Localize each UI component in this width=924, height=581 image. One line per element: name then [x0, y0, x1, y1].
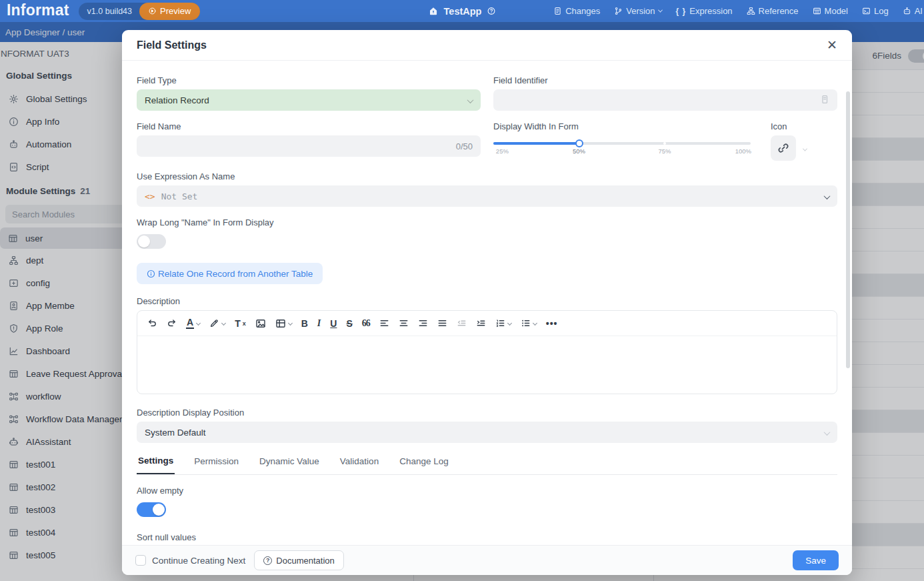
chevron-down-icon — [824, 193, 831, 199]
menu-label: AI — [915, 6, 923, 16]
chevron-down-icon — [533, 321, 537, 326]
close-icon[interactable]: ✕ — [827, 39, 837, 51]
tab-dynamic-value[interactable]: Dynamic Value — [258, 448, 321, 474]
modal-footer: Continue Creating Next ? Documentation S… — [122, 545, 852, 575]
bullet-list-button[interactable] — [521, 318, 537, 328]
copy-doc-icon[interactable] — [820, 95, 829, 104]
chevron-down-icon — [658, 8, 663, 13]
menu-ai[interactable]: AI — [903, 6, 923, 16]
display-position-select[interactable]: System Default — [137, 422, 837, 443]
strikethrough-button[interactable]: S — [346, 318, 352, 329]
scrollbar-thumb[interactable] — [846, 91, 850, 368]
menu-label: Log — [874, 6, 889, 16]
menu-label: Version — [626, 6, 655, 16]
expression-group: Use Expression As Name <> Not Set — [137, 171, 837, 207]
display-width-slider[interactable] — [493, 142, 751, 145]
chevron-down-icon[interactable] — [803, 146, 807, 151]
redo-button[interactable] — [167, 318, 177, 328]
wrap-toggle[interactable] — [137, 234, 166, 249]
menu-version[interactable]: Version — [614, 6, 661, 16]
icon-label: Icon — [771, 121, 835, 131]
display-width-group: Display Width In Form 25% 50% 75% 100% I… — [493, 121, 837, 161]
preview-button[interactable]: Preview — [139, 3, 200, 20]
link-icon — [777, 142, 789, 154]
changes-icon — [553, 7, 562, 15]
undo-button[interactable] — [147, 318, 157, 328]
expression-select[interactable]: <> Not Set — [137, 185, 837, 207]
menu-model[interactable]: Model — [813, 6, 848, 16]
question-circle-icon: ? — [263, 556, 272, 565]
menu-expression[interactable]: { } Expression — [676, 6, 733, 16]
icon-group: Icon — [771, 121, 835, 161]
chevron-down-icon — [467, 97, 474, 103]
slider-fill — [493, 142, 579, 145]
version-label: v1.0 build43 — [87, 7, 139, 16]
slider-mark-label[interactable]: 75% — [659, 147, 671, 155]
slider-marks: 25% 50% 75% 100% — [493, 147, 751, 158]
home-icon[interactable] — [429, 6, 439, 16]
align-right-button[interactable] — [418, 318, 428, 328]
display-position-value: System Default — [145, 428, 206, 438]
chevron-down-icon — [288, 321, 293, 326]
help-icon[interactable] — [487, 7, 495, 15]
menu-reference[interactable]: Reference — [747, 6, 799, 16]
save-button[interactable]: Save — [793, 550, 839, 570]
description-input[interactable] — [137, 336, 837, 394]
log-icon — [862, 7, 871, 15]
align-left-button[interactable] — [379, 318, 389, 328]
expression-label: Use Expression As Name — [137, 171, 837, 181]
documentation-button[interactable]: ? Documentation — [254, 550, 343, 570]
wrap-group: Wrap Long "Name" In Form Display — [137, 217, 837, 251]
menu-log[interactable]: Log — [862, 6, 889, 16]
tab-change-log[interactable]: Change Log — [398, 448, 450, 474]
image-button[interactable] — [255, 318, 266, 329]
display-position-label: Description Display Position — [137, 408, 837, 418]
tab-settings[interactable]: Settings — [137, 448, 175, 474]
checkbox-icon[interactable] — [135, 555, 146, 566]
continue-creating-checkbox-group[interactable]: Continue Creating Next — [135, 555, 245, 566]
table-button[interactable] — [275, 318, 292, 329]
relate-record-button[interactable]: Relate One Record from Another Table — [137, 263, 323, 284]
slider-mark-label[interactable]: 25% — [496, 147, 509, 155]
allow-empty-label: Allow empty — [137, 486, 837, 496]
model-icon — [813, 7, 821, 15]
tab-permission[interactable]: Permission — [193, 448, 240, 474]
indent-button[interactable] — [476, 318, 486, 328]
highlight-button[interactable] — [209, 318, 225, 328]
sort-null-label: Sort null values — [137, 532, 837, 542]
menu-label: Changes — [565, 6, 600, 16]
expression-icon: { } — [676, 7, 687, 16]
menu-changes[interactable]: Changes — [553, 6, 600, 16]
outdent-button[interactable] — [457, 318, 467, 328]
slider-mark-label[interactable]: 50% — [573, 147, 585, 155]
icon-picker-button[interactable] — [771, 135, 796, 161]
app-title-group: TestApp — [429, 6, 496, 17]
app-logo: Informat — [0, 1, 79, 21]
more-button[interactable]: ••• — [546, 318, 558, 329]
field-type-group: Field Type Relation Record — [137, 75, 481, 111]
clear-format-button[interactable]: Tx — [235, 318, 246, 329]
tab-validation[interactable]: Validation — [339, 448, 380, 474]
field-type-value: Relation Record — [145, 95, 209, 105]
blockquote-button[interactable]: 66 — [362, 318, 370, 329]
underline-button[interactable]: U — [330, 318, 337, 329]
align-center-button[interactable] — [399, 318, 409, 328]
slider-mark-dot — [663, 142, 666, 145]
allow-empty-toggle[interactable] — [137, 502, 166, 517]
align-justify-button[interactable] — [437, 318, 447, 328]
slider-handle[interactable] — [575, 139, 583, 147]
top-header: Informat v1.0 build43 Preview TestApp Ch… — [0, 0, 924, 22]
font-color-button[interactable]: A — [186, 318, 200, 329]
field-type-select[interactable]: Relation Record — [137, 89, 481, 111]
slider-mark-label[interactable]: 100% — [735, 147, 751, 155]
bold-button[interactable]: B — [301, 318, 308, 329]
italic-button[interactable]: I — [317, 318, 321, 329]
menu-label: Reference — [759, 6, 799, 16]
field-type-label: Field Type — [137, 75, 481, 85]
field-identifier-input[interactable] — [493, 89, 837, 111]
play-icon — [149, 7, 156, 15]
allow-empty-group: Allow empty — [137, 486, 837, 519]
ordered-list-button[interactable] — [495, 318, 511, 328]
field-name-input[interactable]: 0/50 — [137, 135, 481, 157]
field-identifier-group: Field Identifier — [493, 75, 837, 111]
